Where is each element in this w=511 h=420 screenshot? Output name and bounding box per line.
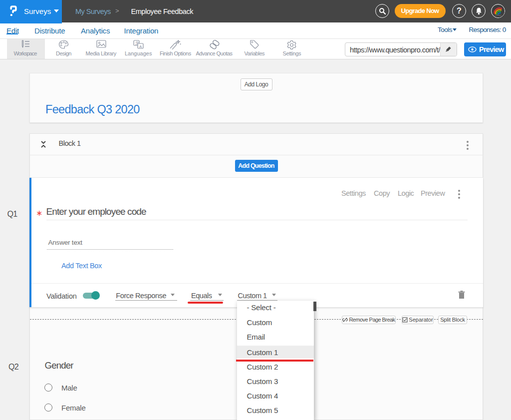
svg-text:A: A xyxy=(139,44,142,48)
